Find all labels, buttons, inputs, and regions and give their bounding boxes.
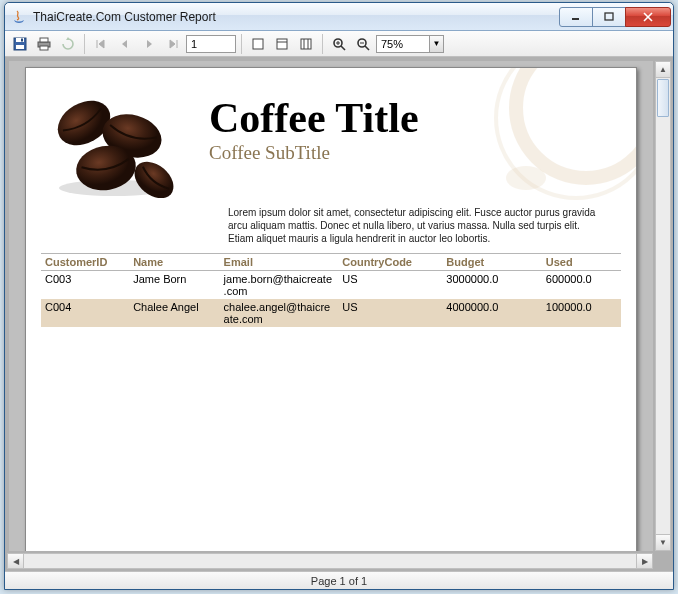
column-header: CustomerID — [41, 254, 129, 271]
coffee-beans-image — [54, 88, 199, 198]
page-number-input[interactable] — [186, 35, 236, 53]
print-button[interactable] — [33, 33, 55, 55]
svg-rect-9 — [40, 38, 48, 42]
svg-rect-11 — [253, 39, 263, 49]
svg-rect-1 — [605, 13, 613, 20]
svg-line-18 — [341, 46, 345, 50]
scroll-down-button[interactable]: ▼ — [656, 534, 670, 550]
cell-customerid: C003 — [41, 271, 129, 300]
prev-page-button[interactable] — [114, 33, 136, 55]
window-controls — [560, 7, 671, 27]
vertical-scrollbar[interactable]: ▲ ▼ — [655, 61, 671, 551]
save-button[interactable] — [9, 33, 31, 55]
horizontal-scrollbar[interactable]: ◀ ▶ — [7, 553, 653, 569]
close-button[interactable] — [625, 7, 671, 27]
statusbar: Page 1 of 1 — [5, 571, 673, 589]
zoom-in-button[interactable] — [328, 33, 350, 55]
actual-size-button[interactable] — [247, 33, 269, 55]
report-title: Coffee Title — [209, 94, 608, 142]
reload-button[interactable] — [57, 33, 79, 55]
fit-width-button[interactable] — [295, 33, 317, 55]
svg-rect-10 — [40, 46, 48, 50]
app-window: ThaiCreate.Com Customer Report 75% ▼ — [4, 2, 674, 590]
zoom-combobox[interactable]: 75% ▼ — [376, 35, 444, 53]
titlebar[interactable]: ThaiCreate.Com Customer Report — [5, 3, 673, 31]
cell-name: Chalee Angel — [129, 299, 219, 327]
separator — [84, 34, 85, 54]
svg-rect-12 — [277, 39, 287, 49]
column-header: Used — [542, 254, 621, 271]
table-row: C003 Jame Born jame.born@thaicreate.com … — [41, 271, 621, 300]
last-page-button[interactable] — [162, 33, 184, 55]
report-page: Coffee Title Coffee SubTitle Lorem ipsum… — [25, 67, 637, 551]
separator — [322, 34, 323, 54]
minimize-button[interactable] — [559, 7, 593, 27]
cell-name: Jame Born — [129, 271, 219, 300]
java-icon — [11, 9, 27, 25]
toolbar: 75% ▼ — [5, 31, 673, 57]
report-viewport: Coffee Title Coffee SubTitle Lorem ipsum… — [5, 57, 673, 571]
cell-budget: 4000000.0 — [442, 299, 541, 327]
table-row: C004 Chalee Angel chalee.angel@thaicreat… — [41, 299, 621, 327]
svg-rect-6 — [16, 45, 24, 49]
column-header: Name — [129, 254, 219, 271]
data-table: CustomerID Name Email CountryCode Budget… — [41, 253, 621, 327]
zoom-out-button[interactable] — [352, 33, 374, 55]
report-subtitle: Coffee SubTitle — [209, 142, 608, 164]
scroll-thumb[interactable] — [657, 79, 669, 117]
zoom-value: 75% — [377, 38, 429, 50]
fit-page-button[interactable] — [271, 33, 293, 55]
cell-used: 100000.0 — [542, 299, 621, 327]
cell-email: chalee.angel@thaicreate.com — [220, 299, 339, 327]
cell-countrycode: US — [338, 271, 442, 300]
column-header: CountryCode — [338, 254, 442, 271]
separator — [241, 34, 242, 54]
report-description: Lorem ipsum dolor sit amet, consectetur … — [228, 206, 608, 245]
scroll-left-button[interactable]: ◀ — [8, 554, 24, 568]
maximize-button[interactable] — [592, 7, 626, 27]
page-canvas[interactable]: Coffee Title Coffee SubTitle Lorem ipsum… — [9, 61, 653, 551]
svg-line-22 — [365, 46, 369, 50]
window-title: ThaiCreate.Com Customer Report — [33, 10, 560, 24]
cell-customerid: C004 — [41, 299, 129, 327]
next-page-button[interactable] — [138, 33, 160, 55]
cell-countrycode: US — [338, 299, 442, 327]
report-header: Coffee Title Coffee SubTitle — [26, 68, 636, 206]
page-indicator: Page 1 of 1 — [311, 575, 367, 587]
cell-used: 600000.0 — [542, 271, 621, 300]
first-page-button[interactable] — [90, 33, 112, 55]
svg-rect-14 — [301, 39, 311, 49]
cell-email: jame.born@thaicreate.com — [220, 271, 339, 300]
column-header: Budget — [442, 254, 541, 271]
table-header-row: CustomerID Name Email CountryCode Budget… — [41, 254, 621, 271]
scroll-right-button[interactable]: ▶ — [636, 554, 652, 568]
chevron-down-icon[interactable]: ▼ — [429, 36, 443, 52]
column-header: Email — [220, 254, 339, 271]
scroll-up-button[interactable]: ▲ — [656, 62, 670, 78]
cell-budget: 3000000.0 — [442, 271, 541, 300]
svg-rect-7 — [21, 38, 23, 41]
